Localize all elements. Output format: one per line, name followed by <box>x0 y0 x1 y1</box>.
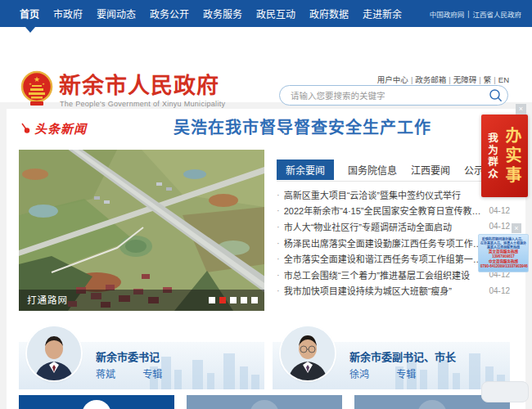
english-link[interactable]: EN <box>498 75 509 84</box>
nav-gov-services[interactable]: 政务服务 <box>203 7 242 20</box>
leader-card-secretary: 新余市委书记 蒋斌 专辑 <box>19 342 264 389</box>
news-row: · 我市加快项目建设持续为城区大班额“瘦身” 04-12 <box>277 283 510 299</box>
news-date: 04-12 <box>489 286 510 295</box>
leader-title: 新余市委书记 <box>96 348 160 364</box>
news-row: · 2022年新余市“4·15”全民国家安全教育日宣传教育活动启动暨国... 0… <box>277 203 510 219</box>
banner-close-icon[interactable]: × <box>516 104 526 115</box>
aerial-highway-photo <box>19 150 264 311</box>
separator: | <box>449 75 450 84</box>
carousel-dot-1[interactable] <box>209 297 215 303</box>
leader-links: 蒋斌 专辑 <box>96 366 162 380</box>
leader-album-link[interactable]: 专辑 <box>396 369 416 380</box>
search-input[interactable] <box>280 86 485 105</box>
service-icon-circle <box>82 400 111 409</box>
news-link[interactable]: 全市落实全面建设和谐江西任务专项工作组第一次会议召开 <box>284 252 483 265</box>
accessibility-link[interactable]: 无障碍 <box>453 75 477 84</box>
carousel-dots <box>209 297 258 303</box>
news-row: · 高新区重大项目“云洽谈”暨集中签约仪式举行 04-12 <box>277 187 510 203</box>
news-date: 04-12 <box>489 222 510 231</box>
tab-xinyu-news[interactable]: 新余要闻 <box>277 160 334 180</box>
campaign-banner[interactable]: 我为群众 办实事 <box>481 115 528 197</box>
leader-album-link[interactable]: 专辑 <box>142 369 162 380</box>
search-button[interactable] <box>485 86 505 106</box>
svg-text:★: ★ <box>29 82 32 86</box>
utility-links: 用户中心|政务邮箱|无障碍|繁|EN <box>377 74 509 85</box>
leader-card-mayor: 新余市委副书记、市长 徐鸿 专辑 <box>273 342 510 389</box>
carousel-dot-5[interactable] <box>251 297 258 303</box>
separator: | <box>479 75 480 84</box>
nav-gov-disclosure[interactable]: 政务公开 <box>150 7 189 20</box>
service-icon-circle <box>250 400 279 409</box>
news-link[interactable]: 我市加快项目建设持续为城区大班额“瘦身” <box>284 284 483 297</box>
link-china-gov[interactable]: 中国政府网 <box>430 9 465 19</box>
tab-jiangxi-news[interactable]: 江西要闻 <box>411 160 450 180</box>
external-gov-links: 中国政府网 | 江西省人民政府 <box>430 0 521 27</box>
news-link[interactable]: 市总工会围绕“三个着力”推进基层工会组织建设 <box>284 268 483 281</box>
leader-name-link[interactable]: 徐鸿 <box>349 369 369 380</box>
gov-mailbox-link[interactable]: 政务邮箱 <box>415 75 446 84</box>
page: 首页 市政府 要闻动态 政务公开 政务服务 政民互动 政府数据 走进新余 中国政… <box>0 0 532 409</box>
main-content: 头条新闻 吴浩在我市督导督查安全生产工作 <box>7 109 525 409</box>
carousel-dot-3[interactable] <box>230 297 237 303</box>
news-row: · 市总工会围绕“三个着力”推进基层工会组织建设 04-12 <box>277 267 510 283</box>
nav-about-xinyu[interactable]: 走进新余 <box>363 7 402 20</box>
hotline-popup[interactable]: 疫情防控期间境外输入人员、 在外来新人员、港澳人士和境外 来新人员咨询服务热线 … <box>478 234 529 272</box>
svg-text:★: ★ <box>34 75 40 83</box>
separator: | <box>467 10 469 18</box>
headline-title-link[interactable]: 吴浩在我市督导督查安全生产工作 <box>174 115 431 138</box>
nav-city-government[interactable]: 市政府 <box>53 7 83 20</box>
news-tabs: 新余要闻 国务院信息 江西要闻 公示公告 <box>277 160 503 180</box>
tab-state-council-info[interactable]: 国务院信息 <box>348 160 397 180</box>
headline-badge-label: 头条新闻 <box>34 119 87 137</box>
site-title: 新余市人民政府 <box>59 68 219 100</box>
active-nav-caret <box>25 27 35 33</box>
news-link[interactable]: 2022年新余市“4·15”全民国家安全教育日宣传教育活动启动暨国... <box>284 204 483 217</box>
nav-items: 首页 市政府 要闻动态 政务公开 政务服务 政民互动 政府数据 走进新余 <box>0 7 416 20</box>
nav-public-interaction[interactable]: 政民互动 <box>256 7 295 20</box>
news-link[interactable]: 市人大“物业社区行”专题调研活动全面启动 <box>284 220 483 233</box>
search-icon <box>489 88 503 102</box>
news-date: 04-12 <box>489 206 510 215</box>
nav-news-trends[interactable]: 要闻动态 <box>97 7 136 20</box>
mayor-avatar <box>281 326 335 380</box>
service-card-2[interactable] <box>187 395 342 409</box>
nav-home[interactable]: 首页 <box>20 7 39 20</box>
banner-main-text: 办实事 <box>501 127 525 186</box>
headline-badge: 头条新闻 <box>20 119 87 137</box>
leader-name-link[interactable]: 蒋斌 <box>96 369 115 380</box>
secretary-avatar <box>27 326 81 380</box>
site-header: ★ ★ ★ 新余市人民政府 The People's Government of… <box>0 27 532 102</box>
search-box <box>279 85 508 106</box>
bullet: · <box>277 238 280 248</box>
service-icon-circle <box>417 400 447 409</box>
traditional-chinese-link[interactable]: 繁 <box>484 75 492 84</box>
leader-title: 新余市委副书记、市长 <box>349 348 456 364</box>
link-jiangxi-gov[interactable]: 江西省人民政府 <box>472 9 521 19</box>
popup-close-icon[interactable]: × <box>512 223 521 233</box>
nav-gov-data[interactable]: 政府数据 <box>309 7 349 20</box>
popup-zh-hotline-phone: 0790-6412009/13107903946 <box>480 264 526 269</box>
svg-text:★: ★ <box>42 82 45 86</box>
top-navigation: 首页 市政府 要闻动态 政务公开 政务服务 政民互动 政府数据 走进新余 中国政… <box>0 0 532 27</box>
site-subtitle: The People's Government of Xinyu Municip… <box>60 100 225 108</box>
news-row: · 全市落实全面建设和谐江西任务专项工作组第一次会议召开 04-12 <box>277 250 510 267</box>
bullet: · <box>277 254 280 263</box>
bullet: · <box>277 270 280 280</box>
bullet: · <box>277 205 280 215</box>
banner-sub-text: 我为群众 <box>485 133 500 180</box>
news-carousel[interactable]: 打通路网 <box>19 150 264 311</box>
tab-divider <box>277 181 510 182</box>
bullet: · <box>277 285 280 295</box>
national-emblem-logo: ★ ★ ★ <box>20 70 53 106</box>
separator: | <box>411 75 413 84</box>
carousel-caption: 打通路网 <box>27 293 68 306</box>
corner-widget <box>481 381 529 402</box>
news-link[interactable]: 高新区重大项目“云洽谈”暨集中签约仪式举行 <box>284 188 483 201</box>
carousel-dot-2[interactable] <box>219 297 226 303</box>
user-center-link[interactable]: 用户中心 <box>377 75 408 84</box>
service-card-1[interactable] <box>19 395 174 409</box>
leader-links: 徐鸿 专辑 <box>349 366 416 380</box>
bullet: · <box>277 190 280 200</box>
carousel-dot-4[interactable] <box>241 297 247 303</box>
news-link[interactable]: 杨泽民出席落实全面建设勤廉江西任务专项工作调度会 <box>284 236 483 249</box>
